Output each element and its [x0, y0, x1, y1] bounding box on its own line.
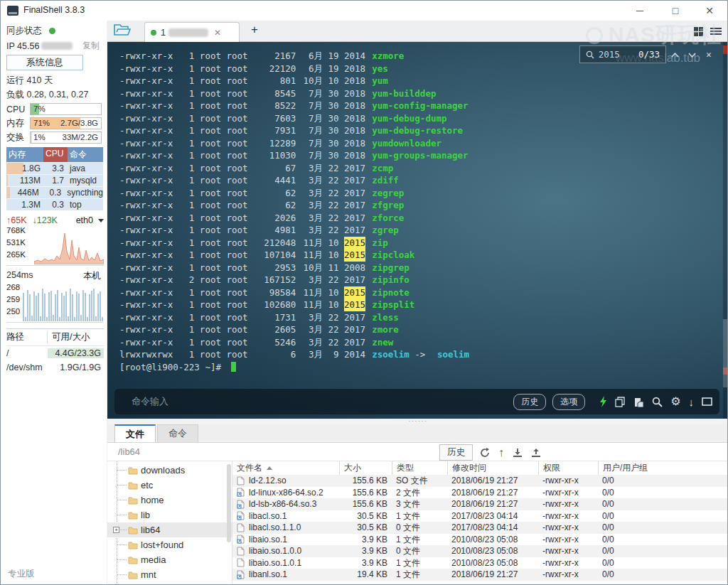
window-title: FinalShell 3.8.3	[23, 5, 85, 15]
file-row[interactable]: libaio.so.1.0.13.9 KB1 文件2010/08/23 05:0…	[232, 557, 728, 569]
tree-item[interactable]	[107, 582, 232, 585]
col-perm[interactable]: 权限	[538, 461, 598, 475]
session-tab[interactable]: 1 ✕	[144, 22, 240, 42]
window-icon[interactable]	[702, 397, 712, 406]
history-button[interactable]: 历史	[513, 394, 546, 410]
col-type[interactable]: 类型	[392, 461, 447, 475]
terminal-line: -rwxr-xr-x1rootroot44413月222017zdiff	[119, 174, 728, 187]
search-prev-button[interactable]	[666, 45, 683, 63]
file-row[interactable]: ld-linux-x86-64.so.2155.6 KB2 文件2018/06/…	[232, 487, 728, 499]
tab-files[interactable]: 文件	[114, 424, 156, 442]
disk-col-path[interactable]: 路径	[6, 331, 48, 343]
tree-expand-icon[interactable]: +	[113, 527, 119, 533]
col-filename[interactable]: 文件名	[232, 461, 339, 475]
file-name: libacl.so.1	[232, 510, 339, 522]
copy-icon[interactable]	[615, 397, 626, 407]
panel-splitter[interactable]: ∙∙∙∙∙∙	[107, 419, 728, 424]
col-size[interactable]: 大小	[339, 461, 392, 475]
lightning-icon	[599, 396, 607, 407]
file-type: 1 文件	[392, 557, 447, 569]
process-row[interactable]: 446M0.3syncthing	[6, 186, 103, 198]
new-tab-button[interactable]: +	[247, 23, 262, 37]
gear-icon[interactable]: ⚙	[670, 396, 680, 407]
tree-item-mnt[interactable]: mnt	[107, 567, 232, 582]
scrollbar-thumb[interactable]	[723, 319, 728, 387]
file-mtime: 2017/08/23 04:14	[447, 510, 538, 522]
search-icon[interactable]	[652, 397, 663, 407]
tree-scrollbar[interactable]	[227, 464, 231, 542]
search-close-button[interactable]: ✕	[700, 45, 717, 63]
layout-grid-icon[interactable]	[694, 27, 703, 36]
col-mtime[interactable]: 修改时间	[447, 461, 538, 475]
file-name-text: libanl.so.1	[249, 569, 287, 581]
file-perm: -rwxr-xr-x	[538, 510, 598, 522]
file-history-button[interactable]: 历史	[439, 444, 473, 461]
tree-item-downloads[interactable]: downloads	[107, 463, 232, 478]
system-info-button[interactable]: 系统信息	[6, 55, 83, 70]
process-col-cmd[interactable]: 命令	[68, 147, 103, 162]
sync-status-dot	[49, 28, 55, 34]
tree-item-etc[interactable]: etc	[107, 478, 232, 493]
disk-row: /4.4G/23.3G	[6, 346, 104, 360]
maximize-button[interactable]: □	[660, 1, 690, 21]
paste-icon[interactable]	[633, 397, 644, 407]
refresh-icon[interactable]	[480, 448, 490, 458]
download-arrow-icon[interactable]: ↓	[689, 397, 695, 407]
meter-detail: 33M/2.2G	[63, 133, 99, 141]
terminal-line: -rwxr-xr-x1rootroot52463月222017znew	[119, 336, 728, 349]
file-size: 19.4 KB	[339, 569, 392, 581]
tab-commands[interactable]: 命令	[157, 424, 198, 442]
search-input[interactable]: 2015 0/33	[579, 45, 666, 63]
file-name-text: ld-linux-x86-64.so.2	[249, 487, 323, 499]
connection-manager-button[interactable]	[113, 23, 137, 40]
tree-item-label: lost+found	[141, 540, 183, 550]
options-button[interactable]: 选项	[552, 394, 585, 410]
current-path[interactable]: /lib64	[118, 446, 140, 457]
tree-branch-line	[117, 500, 127, 500]
file-row[interactable]: libacl.so.130.5 KB1 文件2017/08/23 04:14-r…	[232, 510, 728, 522]
tree-item-lib64[interactable]: +lib64	[107, 522, 232, 537]
file-row[interactable]: ld-2.12.so155.6 KBSO 文件2018/06/19 21:27-…	[232, 475, 728, 487]
command-input-bar: 命令输入 历史 选项 ⚙ ↓	[114, 389, 719, 414]
search-next-button[interactable]	[683, 45, 700, 63]
process-row[interactable]: 1.8G3.3java	[6, 162, 103, 174]
col-user[interactable]: 用户/用户组	[598, 461, 728, 475]
interface-selector[interactable]: eth0	[76, 215, 93, 225]
upload-icon[interactable]	[531, 448, 541, 458]
file-row[interactable]: libaio.so.1.0.03.9 KB0 文件2010/08/23 05:0…	[232, 545, 728, 557]
file-row[interactable]: libaio.so.13.9 KB1 文件2010/08/23 05:08-rw…	[232, 534, 728, 546]
menu-icon[interactable]	[710, 28, 722, 36]
command-input[interactable]: 命令输入	[132, 395, 513, 408]
minimize-button[interactable]: ─	[625, 1, 655, 21]
up-arrow-icon[interactable]: ↑	[498, 446, 504, 459]
process-col-cpu[interactable]: CPU	[43, 147, 68, 162]
ip-label: IP 45.56	[6, 41, 39, 51]
tree-item-lib[interactable]: lib	[107, 508, 232, 522]
tree-item-media[interactable]: media	[107, 552, 232, 567]
file-type: 1 文件	[392, 534, 447, 546]
file-row[interactable]: libacl.so.1.1.030.5 KB0 文件2017/08/23 04:…	[232, 522, 728, 534]
close-button[interactable]: ✕	[695, 1, 724, 21]
disk-col-size[interactable]: 可用/大小	[48, 331, 104, 343]
process-row[interactable]: 1.3M0.3top	[6, 198, 103, 210]
tab-close-icon[interactable]: ✕	[214, 28, 221, 38]
terminal-scrollbar[interactable]	[723, 42, 728, 419]
terminal-panel[interactable]: -rwxr-xr-x1rootroot21676月192014xzmore-rw…	[107, 42, 728, 419]
file-mtime: 2017/08/23 04:14	[447, 522, 538, 534]
file-user: 0/0	[598, 487, 728, 499]
tree-branch-line	[117, 544, 127, 545]
tree-item-lost+found[interactable]: lost+found	[107, 537, 232, 552]
file-row[interactable]: ld-lsb-x86-64.so.3155.6 KB3 文件2018/06/19…	[232, 498, 728, 510]
process-row[interactable]: 113M1.7mysqld	[6, 174, 103, 186]
file-size: 155.6 KB	[339, 475, 392, 487]
download-icon[interactable]	[513, 448, 523, 458]
tree-item-home[interactable]: home	[107, 493, 232, 508]
meter-fill	[31, 132, 32, 143]
process-col-mem[interactable]: 内存	[6, 147, 43, 162]
file-row[interactable]: libanl.so.119.4 KB1 文件2018/06/19 21:27-r…	[232, 569, 728, 581]
ping-host-label[interactable]: 本机	[83, 270, 101, 282]
resource-meter: 交换1%33M/2.2G	[6, 132, 104, 144]
copy-ip-button[interactable]: 复制	[82, 40, 100, 52]
chevron-down-icon[interactable]	[98, 219, 104, 222]
file-mtime: 2018/06/19 21:27	[447, 498, 538, 510]
